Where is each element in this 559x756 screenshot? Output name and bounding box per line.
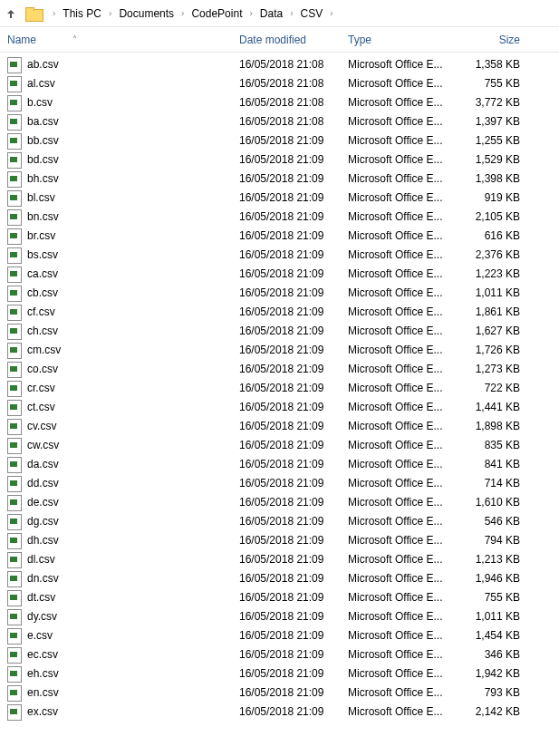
file-date: 16/05/2018 21:09 [239,325,348,337]
file-row[interactable]: dd.csv16/05/2018 21:09Microsoft Office E… [0,473,559,492]
file-size: 841 KB [457,458,529,470]
file-name: dn.csv [27,572,239,585]
column-header-label: Name [7,34,36,46]
file-row[interactable]: cb.csv16/05/2018 21:09Microsoft Office E… [0,283,559,302]
file-row[interactable]: dg.csv16/05/2018 21:09Microsoft Office E… [0,511,559,530]
file-date: 16/05/2018 21:09 [239,191,348,204]
address-bar[interactable]: › This PC › Documents › CodePoint › Data… [0,0,559,27]
file-name: dt.csv [27,591,239,604]
file-size: 919 KB [457,191,529,204]
file-type: Microsoft Office E... [348,210,457,223]
column-header-name[interactable]: Name ˄ [7,34,239,46]
file-size: 1,726 KB [457,344,529,356]
file-type: Microsoft Office E... [348,553,457,566]
column-header-type[interactable]: Type [348,34,457,46]
file-row[interactable]: dn.csv16/05/2018 21:09Microsoft Office E… [0,568,559,587]
file-row[interactable]: e.csv16/05/2018 21:09Microsoft Office E.… [0,625,559,645]
csv-file-icon [7,685,22,700]
breadcrumb-item[interactable]: Documents [117,5,176,22]
file-row[interactable]: ab.csv16/05/2018 21:08Microsoft Office E… [0,54,559,73]
file-row[interactable]: cv.csv16/05/2018 21:09Microsoft Office E… [0,416,559,435]
file-row[interactable]: dh.csv16/05/2018 21:09Microsoft Office E… [0,530,559,549]
chevron-right-icon[interactable]: › [330,8,333,18]
csv-file-icon [7,209,22,224]
csv-file-icon [7,286,22,300]
breadcrumb-item[interactable]: This PC [61,5,103,22]
file-row[interactable]: ct.csv16/05/2018 21:09Microsoft Office E… [0,397,559,416]
file-row[interactable]: bd.csv16/05/2018 21:09Microsoft Office E… [0,150,559,169]
file-size: 793 KB [457,686,529,699]
file-date: 16/05/2018 21:09 [239,667,348,680]
breadcrumb-item[interactable]: CodePoint [189,5,244,22]
file-size: 2,376 KB [457,248,529,261]
file-row[interactable]: de.csv16/05/2018 21:09Microsoft Office E… [0,492,559,511]
file-row[interactable]: ex.csv16/05/2018 21:09Microsoft Office E… [0,702,559,721]
column-headers: Name ˄ Date modified Type Size [0,27,559,53]
file-date: 16/05/2018 21:09 [239,572,348,585]
file-row[interactable]: en.csv16/05/2018 21:09Microsoft Office E… [0,683,559,702]
file-size: 755 KB [457,591,529,604]
column-header-date[interactable]: Date modified [239,34,348,46]
file-row[interactable]: cw.csv16/05/2018 21:09Microsoft Office E… [0,435,559,454]
breadcrumb-item[interactable]: Data [258,5,284,22]
chevron-right-icon[interactable]: › [53,8,55,18]
csv-file-icon [7,76,22,91]
csv-file-icon [7,57,22,72]
file-row[interactable]: cm.csv16/05/2018 21:09Microsoft Office E… [0,340,559,359]
file-row[interactable]: dt.csv16/05/2018 21:09Microsoft Office E… [0,587,559,606]
file-row[interactable]: ec.csv16/05/2018 21:09Microsoft Office E… [0,645,559,664]
file-date: 16/05/2018 21:09 [239,267,348,280]
file-type: Microsoft Office E... [348,267,457,280]
file-size: 1,454 KB [457,629,529,642]
file-row[interactable]: bl.csv16/05/2018 21:09Microsoft Office E… [0,188,559,207]
csv-file-icon [7,533,22,548]
column-header-label: Type [348,34,371,46]
file-name: ct.csv [27,401,239,413]
file-type: Microsoft Office E... [348,96,457,109]
chevron-right-icon[interactable]: › [181,8,184,18]
file-row[interactable]: bh.csv16/05/2018 21:09Microsoft Office E… [0,169,559,188]
csv-file-icon [7,495,22,509]
chevron-right-icon[interactable]: › [109,8,111,18]
file-name: cm.csv [27,344,239,356]
file-row[interactable]: dl.csv16/05/2018 21:09Microsoft Office E… [0,549,559,568]
file-row[interactable]: br.csv16/05/2018 21:09Microsoft Office E… [0,226,559,245]
file-row[interactable]: eh.csv16/05/2018 21:09Microsoft Office E… [0,664,559,683]
file-row[interactable]: bb.csv16/05/2018 21:09Microsoft Office E… [0,131,559,150]
file-size: 546 KB [457,515,529,528]
file-name: cw.csv [27,439,239,451]
file-date: 16/05/2018 21:09 [239,363,348,375]
file-date: 16/05/2018 21:09 [239,648,348,661]
file-row[interactable]: b.csv16/05/2018 21:08Microsoft Office E.… [0,92,559,111]
file-name: cv.csv [27,420,239,432]
file-row[interactable]: bn.csv16/05/2018 21:09Microsoft Office E… [0,207,559,226]
chevron-right-icon[interactable]: › [249,8,252,18]
chevron-right-icon[interactable]: › [290,8,293,18]
file-row[interactable]: bs.csv16/05/2018 21:09Microsoft Office E… [0,245,559,264]
file-size: 1,011 KB [457,610,529,623]
csv-file-icon [7,647,22,662]
file-row[interactable]: da.csv16/05/2018 21:09Microsoft Office E… [0,454,559,473]
file-row[interactable]: dy.csv16/05/2018 21:09Microsoft Office E… [0,606,559,625]
csv-file-icon [7,247,22,262]
file-row[interactable]: co.csv16/05/2018 21:09Microsoft Office E… [0,359,559,378]
file-row[interactable]: ca.csv16/05/2018 21:09Microsoft Office E… [0,264,559,283]
up-arrow-icon[interactable] [4,6,18,21]
column-header-size[interactable]: Size [457,34,529,46]
file-date: 16/05/2018 21:09 [239,477,348,489]
breadcrumb-item[interactable]: CSV [299,5,325,22]
csv-file-icon [7,666,22,681]
file-date: 16/05/2018 21:09 [239,210,348,223]
file-row[interactable]: cf.csv16/05/2018 21:09Microsoft Office E… [0,302,559,321]
file-row[interactable]: cr.csv16/05/2018 21:09Microsoft Office E… [0,378,559,397]
file-row[interactable]: al.csv16/05/2018 21:08Microsoft Office E… [0,73,559,92]
file-type: Microsoft Office E... [348,248,457,261]
file-row[interactable]: ba.csv16/05/2018 21:08Microsoft Office E… [0,111,559,131]
csv-file-icon [7,476,22,490]
file-size: 1,627 KB [457,325,529,337]
file-type: Microsoft Office E... [348,439,457,451]
file-size: 1,213 KB [457,553,529,566]
file-date: 16/05/2018 21:09 [239,458,348,470]
file-type: Microsoft Office E... [348,477,457,489]
file-row[interactable]: ch.csv16/05/2018 21:09Microsoft Office E… [0,321,559,340]
